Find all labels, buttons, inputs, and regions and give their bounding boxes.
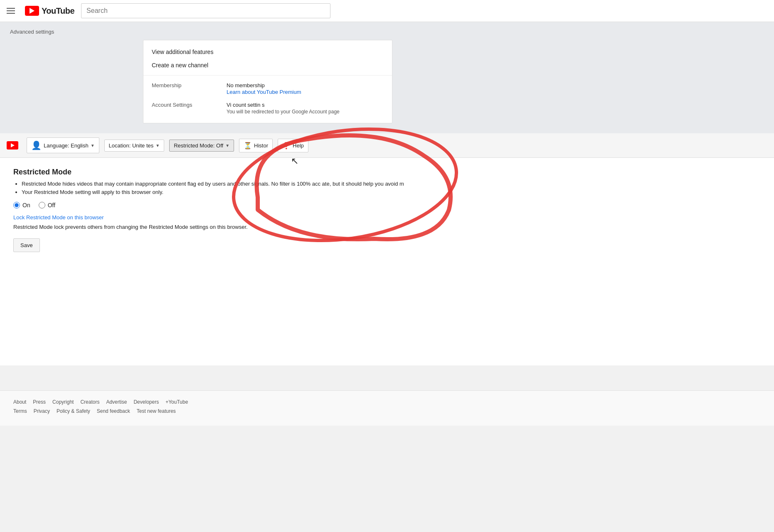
- hamburger-menu[interactable]: [7, 8, 15, 14]
- search-input[interactable]: [81, 3, 330, 18]
- radio-off-text: Off: [48, 202, 55, 208]
- lock-restricted-mode-link[interactable]: Lock Restricted Mode on this browser: [13, 214, 761, 221]
- language-chevron: ▼: [91, 143, 95, 148]
- footer-developers[interactable]: Developers: [133, 399, 159, 405]
- mode-yt-logo[interactable]: [7, 141, 18, 150]
- membership-row: Membership No membership Learn about You…: [143, 79, 392, 98]
- create-channel-item[interactable]: Create a new channel: [143, 59, 392, 72]
- language-label: Language: English: [44, 142, 89, 149]
- user-account-button[interactable]: 👤 Language: English ▼: [27, 137, 99, 153]
- history-button[interactable]: ⏳ Histor: [239, 139, 273, 152]
- footer-advertise[interactable]: Advertise: [106, 399, 127, 405]
- radio-on-label[interactable]: On: [13, 202, 30, 208]
- footer-terms[interactable]: Terms: [13, 408, 27, 414]
- radio-off-label[interactable]: Off: [39, 202, 55, 208]
- account-settings-value-block: Vi count settin s You will be redirected…: [227, 102, 340, 115]
- restricted-mode-chevron: ▼: [225, 143, 229, 148]
- history-label: Histor: [254, 142, 268, 149]
- footer-links-row-1: About Press Copyright Creators Advertise…: [13, 399, 761, 405]
- save-button[interactable]: Save: [13, 238, 40, 252]
- youtube-logo-icon: [25, 6, 39, 16]
- top-header: YouTube: [0, 0, 774, 22]
- footer-about[interactable]: About: [13, 399, 26, 405]
- footer-youtube-plus[interactable]: +YouTube: [165, 399, 188, 405]
- footer: About Press Copyright Creators Advertise…: [0, 390, 774, 426]
- footer-test-features[interactable]: Test new features: [137, 408, 176, 414]
- account-settings-label: Account Settings: [152, 102, 210, 108]
- advanced-settings-label: Advanced settings: [10, 29, 764, 35]
- mode-yt-logo-icon: [7, 141, 18, 150]
- footer-creators[interactable]: Creators: [80, 399, 99, 405]
- radio-on-text: On: [22, 202, 30, 208]
- location-chevron: ▼: [155, 143, 160, 148]
- restricted-mode-label: Restricted Mode: Off: [174, 142, 223, 149]
- account-settings-value: Vi count settin s: [227, 102, 340, 108]
- history-icon: ⏳: [244, 142, 252, 150]
- help-label: Help: [293, 142, 304, 149]
- premium-link[interactable]: Learn about YouTube Premium: [227, 89, 301, 95]
- bullet-2: Your Restricted Mode setting will apply …: [22, 189, 761, 195]
- radio-row: On Off: [13, 202, 761, 208]
- radio-on-input[interactable]: [13, 202, 20, 208]
- footer-privacy[interactable]: Privacy: [34, 408, 50, 414]
- lock-description: Restricted Mode lock prevents others fro…: [13, 224, 761, 230]
- help-button[interactable]: ❓ Help: [278, 139, 308, 152]
- menu-divider: [143, 75, 392, 76]
- footer-policy-safety[interactable]: Policy & Safety: [57, 408, 90, 414]
- account-section: Advanced settings View additional featur…: [0, 22, 774, 133]
- bullet-1: Restricted Mode hides videos that may co…: [22, 181, 761, 187]
- account-settings-row: Account Settings Vi count settin s You w…: [143, 98, 392, 118]
- youtube-wordmark: YouTube: [42, 6, 74, 16]
- user-icon: 👤: [31, 140, 42, 150]
- youtube-logo[interactable]: YouTube: [25, 6, 74, 16]
- view-features-item[interactable]: View additional features: [143, 45, 392, 59]
- location-label: Location: Unite tes: [109, 142, 154, 149]
- location-button[interactable]: Location: Unite tes ▼: [104, 140, 165, 152]
- account-menu: View additional features Create a new ch…: [143, 40, 392, 123]
- account-redirect-text: You will be redirected to your Google Ac…: [227, 109, 340, 115]
- mode-toolbar: 👤 Language: English ▼ Location: Unite te…: [0, 133, 774, 158]
- membership-value-block: No membership Learn about YouTube Premiu…: [227, 82, 301, 95]
- footer-links-row-2: Terms Privacy Policy & Safety Send feedb…: [13, 408, 761, 414]
- restricted-mode-title: Restricted Mode: [13, 168, 761, 177]
- membership-value: No membership: [227, 82, 301, 88]
- footer-send-feedback[interactable]: Send feedback: [97, 408, 130, 414]
- membership-label: Membership: [152, 82, 210, 88]
- footer-press[interactable]: Press: [33, 399, 46, 405]
- radio-off-input[interactable]: [39, 202, 45, 208]
- help-icon: ❓: [282, 142, 291, 150]
- restricted-mode-button[interactable]: Restricted Mode: Off ▼: [169, 140, 234, 152]
- main-content: Restricted Mode Restricted Mode hides vi…: [0, 158, 774, 365]
- footer-copyright[interactable]: Copyright: [52, 399, 74, 405]
- restricted-mode-bullets: Restricted Mode hides videos that may co…: [22, 181, 761, 195]
